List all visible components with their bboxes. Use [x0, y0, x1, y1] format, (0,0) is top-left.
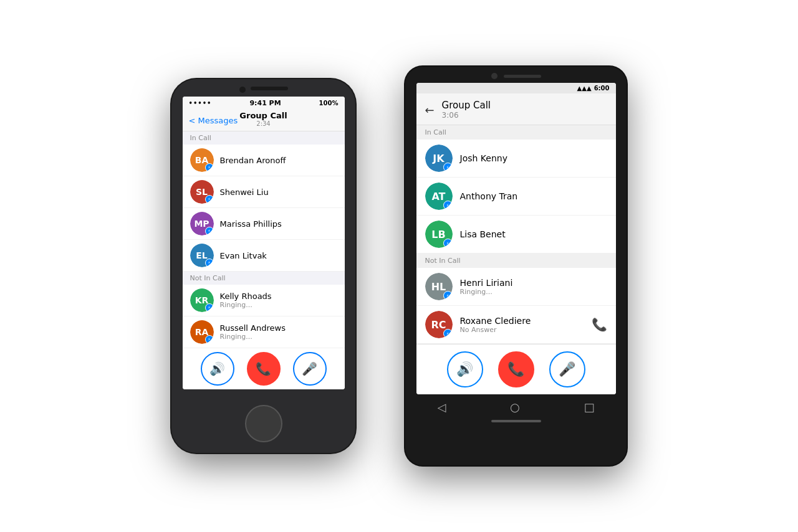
android-speaker-button[interactable]: 🔊 [447, 351, 483, 387]
iphone-camera [239, 87, 246, 93]
list-item: LB ⚡ Lisa Benet [416, 216, 616, 254]
member-name: Kelly Rhoads [220, 292, 272, 301]
iphone-home-button[interactable] [245, 405, 282, 442]
android-home-nav[interactable]: ○ [510, 401, 520, 414]
android-signal-icon: ▲▲▲ [577, 85, 592, 92]
android-back-nav[interactable]: ◁ [437, 401, 446, 414]
messenger-badge: ⚡ [205, 335, 214, 344]
member-status: No Answer [460, 326, 531, 334]
member-name: Lisa Benet [460, 229, 506, 239]
iphone-in-call-header: In Call [183, 131, 345, 145]
avatar: AT ⚡ [425, 183, 453, 210]
iphone-top-bar [171, 79, 355, 93]
avatar: KR ⚡ [190, 288, 214, 312]
iphone-nav: < Messages Group Call 2:34 [183, 110, 345, 131]
member-name: Josh Kenny [460, 153, 507, 163]
list-item: MP ⚡ Marissa Phillips [183, 208, 345, 240]
list-item: HL ⚡ Henri Liriani Ringing... [416, 268, 616, 306]
android-top [405, 67, 627, 83]
iphone-device: ••••• 9:41 PM 100% < Messages Group Call… [171, 79, 355, 453]
avatar: EL ⚡ [190, 244, 214, 267]
list-item: JK ⚡ Josh Kenny [416, 140, 616, 178]
member-name: Shenwei Liu [220, 188, 269, 197]
avatar: JK ⚡ [425, 145, 453, 172]
call-back-icon[interactable]: 📞 [592, 317, 607, 332]
avatar: LB ⚡ [425, 221, 453, 248]
iphone-battery: 100% [319, 100, 339, 107]
android-nav-subtitle: 3:06 [442, 111, 491, 120]
iphone-signal: ••••• [189, 100, 212, 107]
messenger-badge: ⚡ [443, 163, 453, 172]
android-mute-button[interactable]: 🎤 [549, 351, 585, 387]
member-name: Brendan Aronoff [220, 156, 286, 165]
android-status-bar: ▲▲▲ 6:00 [416, 83, 616, 93]
messenger-badge: ⚡ [205, 303, 214, 312]
android-time: 6:00 [594, 85, 610, 92]
end-call-button[interactable]: 📞 [247, 352, 281, 386]
member-name: Marissa Phillips [220, 219, 282, 229]
android-end-call-button[interactable]: 📞 [498, 351, 534, 387]
android-system-nav: ◁ ○ □ [405, 394, 627, 417]
list-item: EL ⚡ Evan Litvak [183, 240, 345, 272]
android-nav-title: Group Call [442, 100, 491, 111]
iphone-not-in-call-header: Not In Call [183, 272, 345, 285]
avatar: HL ⚡ [425, 273, 453, 300]
list-item: SL ⚡ Shenwei Liu [183, 176, 345, 208]
android-camera [491, 73, 498, 79]
member-name: Evan Litvak [220, 251, 267, 260]
iphone-back-button[interactable]: < Messages [189, 116, 238, 125]
messenger-badge: ⚡ [205, 259, 214, 267]
android-screen: ▲▲▲ 6:00 ← Group Call 3:06 In Call JK ⚡ … [416, 83, 616, 394]
avatar: SL ⚡ [190, 180, 214, 204]
member-status: Ringing... [220, 333, 286, 341]
messenger-badge: ⚡ [205, 163, 214, 172]
member-name: Anthony Tran [460, 191, 518, 201]
list-item: RA ⚡ Russell Andrews Ringing... [183, 316, 345, 348]
iphone-bottom [245, 389, 282, 453]
android-back-button[interactable]: ← [425, 103, 435, 116]
messenger-badge: ⚡ [443, 291, 453, 300]
android-speaker [504, 75, 541, 78]
member-status: Ringing... [460, 288, 513, 296]
messenger-badge: ⚡ [205, 195, 214, 204]
iphone-call-controls: 🔊 📞 🎤 [183, 348, 345, 389]
iphone-speaker [251, 87, 288, 90]
avatar: MP ⚡ [190, 212, 214, 235]
messenger-badge: ⚡ [443, 239, 453, 248]
speaker-button[interactable]: 🔊 [201, 352, 234, 386]
android-not-in-call-header: Not In Call [416, 254, 616, 268]
list-item: BA ⚡ Brendan Aronoff [183, 145, 345, 176]
iphone-time: 9:41 PM [249, 99, 281, 107]
member-name: Roxane Clediere [460, 316, 531, 326]
avatar: RA ⚡ [190, 320, 214, 344]
mute-button[interactable]: 🎤 [293, 352, 327, 386]
iphone-status-bar: ••••• 9:41 PM 100% [183, 97, 345, 110]
member-name: Henri Liriani [460, 278, 513, 288]
android-device: ▲▲▲ 6:00 ← Group Call 3:06 In Call JK ⚡ … [405, 67, 627, 465]
list-item: RC ⚡ Roxane Clediere No Answer 📞 [416, 306, 616, 344]
messenger-badge: ⚡ [443, 201, 453, 210]
android-bottom-bar [491, 420, 541, 422]
avatar: BA ⚡ [190, 148, 214, 172]
messenger-badge: ⚡ [205, 227, 214, 235]
messenger-badge: ⚡ [443, 329, 453, 338]
android-nav-bar: ← Group Call 3:06 [416, 93, 616, 125]
avatar: RC ⚡ [425, 311, 453, 338]
list-item: KR ⚡ Kelly Rhoads Ringing... [183, 285, 345, 316]
member-status: Ringing... [220, 301, 272, 309]
android-in-call-header: In Call [416, 125, 616, 140]
android-call-controls: 🔊 📞 🎤 [416, 344, 616, 394]
android-recents-nav[interactable]: □ [584, 401, 595, 414]
list-item: AT ⚡ Anthony Tran [416, 178, 616, 216]
member-name: Russell Andrews [220, 323, 286, 333]
iphone-screen: ••••• 9:41 PM 100% < Messages Group Call… [183, 97, 345, 389]
